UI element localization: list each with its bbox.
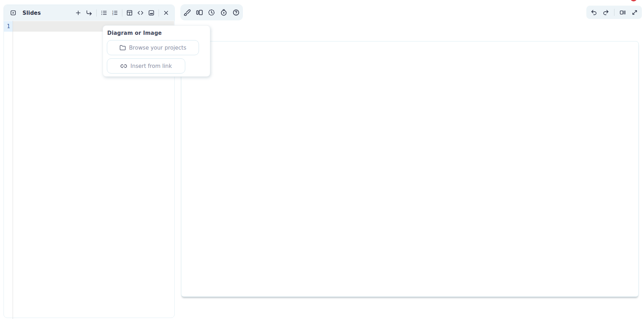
close-icon (163, 9, 169, 16)
presentation-timer-icon (220, 9, 227, 16)
code-block-icon (137, 9, 144, 16)
popup-title: Diagram or Image (107, 30, 206, 36)
insert-from-link-button[interactable]: Insert from link (107, 58, 185, 74)
gutter-divider (13, 21, 13, 319)
table-icon (126, 9, 133, 16)
diagram-or-image-popup: Diagram or Image Browse your projects In… (103, 25, 210, 77)
draw-brush-icon (183, 9, 191, 16)
play-slideshow-button[interactable] (8, 7, 19, 19)
undo-button[interactable] (588, 6, 599, 18)
tools-toolbar (180, 4, 243, 20)
play-slideshow-icon (10, 9, 17, 16)
undo-icon (591, 9, 597, 16)
insert-below-button[interactable] (84, 7, 95, 19)
line-number: 1 (4, 21, 13, 32)
history-icon (208, 9, 215, 16)
help-button[interactable] (231, 6, 242, 18)
record-dot (630, 0, 637, 1)
redo-button[interactable] (600, 6, 611, 18)
layout-panels-button[interactable] (194, 6, 205, 18)
toolbar-divider (159, 9, 159, 17)
table-button[interactable] (124, 7, 135, 19)
history-view-toolbar (586, 6, 642, 19)
browse-projects-button[interactable]: Browse your projects (107, 40, 199, 55)
ordered-list-icon: 1 2 3 (111, 9, 118, 16)
link-icon (120, 63, 127, 70)
side-panel-icon (619, 9, 626, 16)
history-button[interactable] (206, 6, 217, 18)
ordered-list-button[interactable]: 1 2 3 (109, 7, 120, 19)
add-button[interactable] (73, 7, 84, 19)
bullet-list-button[interactable] (98, 7, 109, 19)
insert-from-link-label: Insert from link (130, 63, 172, 69)
svg-text:3: 3 (112, 13, 114, 15)
toolbar-divider (122, 9, 122, 17)
toolbar-divider (614, 9, 614, 16)
code-block-button[interactable] (135, 7, 146, 19)
redo-icon (603, 9, 609, 16)
folder-icon (120, 45, 126, 51)
bullet-list-icon (101, 9, 107, 16)
slides-toolbar: 1 2 3 (73, 7, 172, 19)
help-icon (232, 9, 240, 16)
layout-panels-icon (196, 9, 203, 16)
add-icon (75, 9, 82, 16)
expand-button[interactable] (629, 6, 640, 18)
browse-projects-label: Browse your projects (129, 45, 186, 51)
image-icon (148, 9, 155, 16)
expand-icon (631, 9, 638, 16)
draw-brush-button[interactable] (182, 6, 193, 18)
insert-below-icon (86, 9, 92, 16)
toolbar-divider (96, 9, 97, 17)
slides-panel-header: Slides (4, 5, 174, 21)
slide-canvas[interactable] (181, 41, 639, 297)
panel-title: Slides (22, 10, 41, 16)
image-button[interactable] (146, 7, 157, 19)
side-panel-button[interactable] (617, 6, 628, 18)
close-button[interactable] (161, 7, 172, 19)
presentation-timer-button[interactable] (218, 6, 229, 18)
